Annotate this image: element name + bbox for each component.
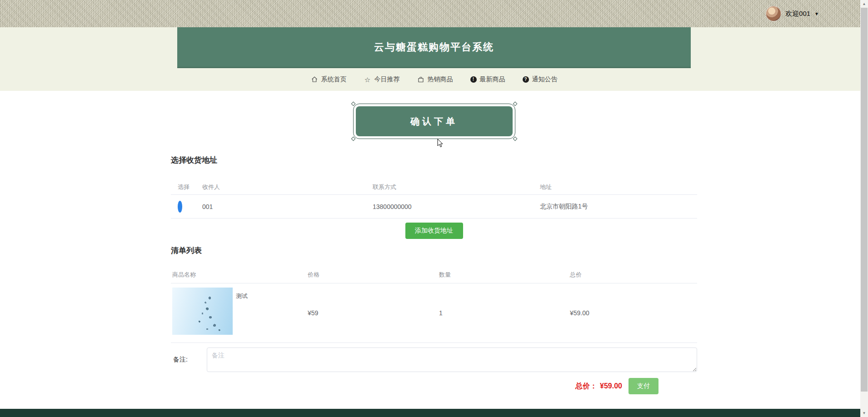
nav-label: 今日推荐 (374, 75, 400, 84)
address-section-heading: 选择收货地址 (171, 155, 697, 165)
address-table: 选择 收件人 联系方式 地址 001 13800000000 北京市朝阳路1号 (171, 179, 697, 218)
phone-cell: 13800000000 (373, 203, 540, 210)
scrollbar-thumb[interactable] (861, 8, 868, 392)
remark-row: 备注: (171, 348, 697, 372)
frame-notch (351, 102, 355, 106)
col-phone: 联系方式 (373, 183, 540, 191)
welcome-text: 欢迎001 (785, 10, 810, 18)
page-title: 确认下单 (410, 115, 458, 128)
confirm-order-banner: 确认下单 (353, 104, 515, 139)
address-radio-selected[interactable] (178, 201, 182, 213)
top-bar: 欢迎001 ▼ (0, 0, 868, 27)
cart-table-row: 测试 ¥59 1 ¥59.00 (171, 283, 697, 343)
checkout-row: 总价： ¥59.00 支付 (171, 378, 697, 394)
price-cell: ¥59 (308, 309, 439, 317)
nav-item-notice[interactable]: ? 通知公告 (523, 75, 558, 84)
avatar[interactable] (766, 6, 781, 21)
scroll-up-arrow[interactable]: ▲ (860, 0, 868, 8)
cart-table-header: 商品名称 价格 数量 总价 (171, 266, 697, 283)
col-total: 总价 (570, 271, 697, 279)
total-cell: ¥59.00 (570, 309, 697, 317)
col-address: 地址 (540, 183, 697, 191)
footer-bar (0, 409, 868, 417)
nav-item-hot[interactable]: 热销商品 (417, 75, 453, 84)
add-address-button[interactable]: 添加收货地址 (405, 223, 463, 239)
home-icon (311, 76, 318, 83)
scroll-down-arrow[interactable]: ▼ (860, 409, 868, 417)
user-menu[interactable]: 欢迎001 ▼ (766, 0, 819, 27)
header-band: 云与糖蛋糕购物平台系统 系统首页 ☆ 今日推荐 热销商品 ! 最新商品 ? 通知… (0, 27, 868, 91)
nav-label: 通知公告 (532, 75, 558, 84)
receiver-cell: 001 (202, 203, 373, 210)
info-icon: ! (470, 76, 477, 83)
site-banner: 云与糖蛋糕购物平台系统 (177, 27, 691, 68)
product-image (172, 288, 233, 335)
star-icon: ☆ (364, 76, 371, 83)
nav-item-home[interactable]: 系统首页 (311, 75, 347, 84)
nav-label: 系统首页 (321, 75, 347, 84)
col-product: 商品名称 (172, 271, 308, 279)
remark-label: 备注: (171, 356, 207, 364)
vertical-scrollbar[interactable]: ▲ ▼ (860, 0, 868, 417)
grand-total-label: 总价： (575, 382, 597, 391)
col-receiver: 收件人 (202, 183, 373, 191)
main-nav: 系统首页 ☆ 今日推荐 热销商品 ! 最新商品 ? 通知公告 (0, 68, 868, 91)
mouse-cursor (437, 139, 444, 148)
bag-icon (417, 76, 424, 83)
address-table-header: 选择 收件人 联系方式 地址 (171, 179, 697, 195)
grand-total-value: ¥59.00 (600, 382, 622, 390)
address-table-row: 001 13800000000 北京市朝阳路1号 (171, 195, 697, 218)
remark-input[interactable] (207, 348, 697, 372)
nav-item-today[interactable]: ☆ 今日推荐 (364, 75, 400, 84)
site-title: 云与糖蛋糕购物平台系统 (374, 40, 494, 54)
col-select: 选择 (178, 183, 202, 191)
product-name: 测试 (236, 292, 248, 300)
col-qty: 数量 (439, 271, 570, 279)
frame-notch (513, 102, 517, 106)
nav-label: 最新商品 (480, 75, 505, 84)
main-content: 确认下单 选择收货地址 选择 收件人 联系方式 地址 001 138000000… (171, 91, 697, 394)
confirm-order-title-box: 确认下单 (356, 106, 513, 136)
qty-cell: 1 (439, 309, 570, 317)
question-icon: ? (523, 76, 529, 83)
cart-section-heading: 清单列表 (171, 246, 697, 256)
cart-table: 商品名称 价格 数量 总价 测试 ¥59 1 ¥59.00 (171, 266, 697, 343)
col-price: 价格 (308, 271, 439, 279)
chevron-down-icon[interactable]: ▼ (814, 11, 819, 16)
frame-notch (351, 137, 355, 141)
nav-label: 热销商品 (428, 75, 453, 84)
frame-notch (513, 137, 517, 141)
pay-button[interactable]: 支付 (629, 378, 658, 394)
address-cell: 北京市朝阳路1号 (540, 203, 697, 211)
nav-item-new[interactable]: ! 最新商品 (470, 75, 505, 84)
